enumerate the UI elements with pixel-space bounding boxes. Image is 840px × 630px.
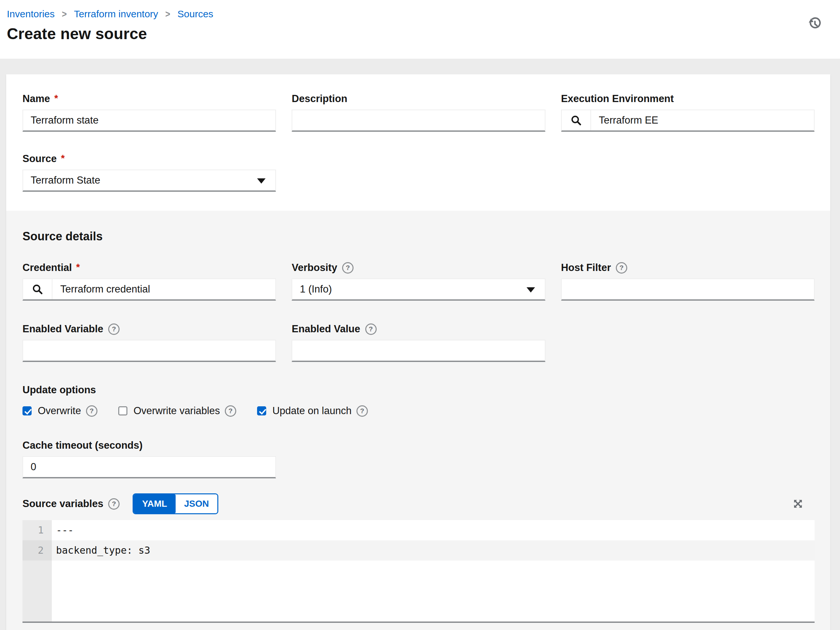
name-label: Name * — [22, 92, 276, 105]
enabled-variable-input[interactable] — [22, 340, 276, 362]
overwrite-checkbox-label: Overwrite — [38, 405, 81, 417]
credential-input[interactable] — [52, 279, 275, 299]
overwrite-checkbox[interactable] — [22, 406, 32, 415]
description-label-text: Description — [292, 93, 347, 104]
credential-lookup — [22, 279, 276, 301]
source-field: Source * Terraform State — [22, 152, 276, 192]
editor-line-code: --- — [52, 520, 74, 540]
execution-environment-input[interactable] — [591, 110, 814, 130]
name-input[interactable] — [22, 109, 276, 132]
credential-label-text: Credential — [22, 262, 72, 274]
description-label: Description — [292, 92, 545, 105]
enabled-value-label-text: Enabled Value — [292, 323, 360, 335]
source-variables-editor[interactable]: 1 --- 2 backend_type: s3 — [22, 520, 815, 623]
credential-label: Credential * — [22, 261, 276, 274]
help-icon[interactable]: ? — [108, 498, 120, 510]
verbosity-select-value: 1 (Info) — [300, 283, 332, 295]
execution-environment-label: Execution Environment — [561, 92, 815, 105]
create-source-form-card: Name * Description Execution Environment — [6, 74, 830, 630]
required-asterisk: * — [54, 93, 58, 104]
credential-search-button[interactable] — [23, 279, 52, 299]
description-field: Description — [292, 92, 545, 132]
breadcrumb: Inventories > Terraform inventory > Sour… — [7, 8, 840, 19]
verbosity-select[interactable]: 1 (Info) — [292, 279, 545, 301]
description-input[interactable] — [292, 109, 545, 132]
breadcrumb-sources[interactable]: Sources — [178, 8, 213, 19]
update-on-launch-checkbox[interactable] — [257, 406, 266, 415]
name-field: Name * — [22, 92, 276, 132]
host-filter-label: Host Filter ? — [561, 261, 815, 274]
overwrite-option: Overwrite ? — [22, 405, 98, 417]
credential-field: Credential * — [22, 261, 276, 301]
help-icon[interactable]: ? — [616, 262, 627, 274]
history-icon — [807, 16, 822, 31]
host-filter-input[interactable] — [561, 279, 815, 301]
update-options-label-text: Update options — [22, 384, 96, 396]
breadcrumb-inventories[interactable]: Inventories — [7, 8, 55, 19]
verbosity-field: Verbosity ? 1 (Info) — [292, 261, 545, 301]
verbosity-label: Verbosity ? — [292, 261, 545, 274]
update-on-launch-option: Update on launch ? — [257, 405, 368, 417]
name-label-text: Name — [22, 93, 50, 104]
page-header: Inventories > Terraform inventory > Sour… — [0, 0, 840, 59]
history-button[interactable] — [805, 14, 824, 33]
yaml-json-toggle: YAML JSON — [133, 493, 218, 514]
source-label-text: Source — [22, 153, 57, 165]
editor-line[interactable]: 1 --- — [22, 520, 815, 540]
update-options-group: Update options Overwrite ? Overwrite var… — [22, 383, 815, 417]
help-icon[interactable]: ? — [357, 405, 368, 417]
overwrite-variables-option: Overwrite variables ? — [118, 405, 236, 417]
source-label: Source * — [22, 152, 276, 165]
help-icon[interactable]: ? — [86, 405, 98, 417]
source-select-value: Terraform State — [31, 174, 100, 186]
enabled-variable-field: Enabled Variable ? — [22, 323, 276, 362]
execution-environment-label-text: Execution Environment — [561, 93, 674, 104]
source-variables-label: Source variables ? — [22, 497, 120, 510]
page-body: Name * Description Execution Environment — [0, 59, 840, 630]
editor-line-number: 1 — [22, 520, 52, 540]
execution-environment-field: Execution Environment — [561, 92, 815, 132]
cache-timeout-field: Cache timeout (seconds) — [22, 439, 276, 478]
editor-line-active[interactable]: 2 backend_type: s3 — [22, 540, 815, 560]
cache-timeout-label: Cache timeout (seconds) — [22, 439, 276, 452]
cache-timeout-input[interactable] — [22, 456, 276, 478]
source-variables-label-text: Source variables — [22, 498, 103, 510]
expand-editor-button[interactable] — [791, 496, 805, 511]
json-toggle-button[interactable]: JSON — [175, 494, 217, 513]
breadcrumb-terraform-inventory[interactable]: Terraform inventory — [74, 8, 158, 19]
chevron-down-icon — [527, 287, 535, 293]
help-icon[interactable]: ? — [225, 405, 236, 417]
help-icon[interactable]: ? — [342, 262, 354, 274]
execution-environment-search-button[interactable] — [562, 110, 591, 130]
editor-line-number: 2 — [22, 540, 52, 560]
required-asterisk: * — [76, 261, 80, 272]
breadcrumb-separator-icon: > — [62, 8, 67, 20]
host-filter-field: Host Filter ? — [561, 261, 815, 301]
cache-timeout-label-text: Cache timeout (seconds) — [22, 440, 143, 451]
yaml-toggle-button[interactable]: YAML — [134, 494, 175, 513]
required-asterisk: * — [61, 153, 65, 164]
breadcrumb-separator-icon: > — [165, 8, 170, 20]
source-variables-row: Source variables ? YAML JSON — [22, 493, 815, 514]
host-filter-label-text: Host Filter — [561, 262, 611, 274]
editor-line-code: backend_type: s3 — [52, 540, 150, 560]
update-on-launch-checkbox-label: Update on launch — [272, 405, 352, 417]
source-details-title: Source details — [22, 230, 815, 243]
enabled-value-input[interactable] — [292, 340, 545, 362]
search-icon — [570, 114, 582, 126]
execution-environment-lookup — [561, 109, 815, 132]
help-icon[interactable]: ? — [365, 323, 377, 335]
enabled-value-label: Enabled Value ? — [292, 323, 545, 336]
source-select[interactable]: Terraform State — [22, 169, 276, 192]
verbosity-label-text: Verbosity — [292, 262, 337, 274]
search-icon — [32, 283, 43, 295]
chevron-down-icon — [257, 178, 265, 184]
update-options-label: Update options — [22, 383, 815, 397]
expand-icon — [792, 498, 804, 510]
overwrite-variables-checkbox[interactable] — [118, 406, 127, 415]
page-title: Create new source — [7, 25, 840, 43]
source-details-section: Source details Credential * — [6, 211, 830, 630]
help-icon[interactable]: ? — [108, 323, 120, 335]
form-top-section: Name * Description Execution Environment — [6, 74, 830, 211]
enabled-variable-label: Enabled Variable ? — [22, 323, 276, 336]
